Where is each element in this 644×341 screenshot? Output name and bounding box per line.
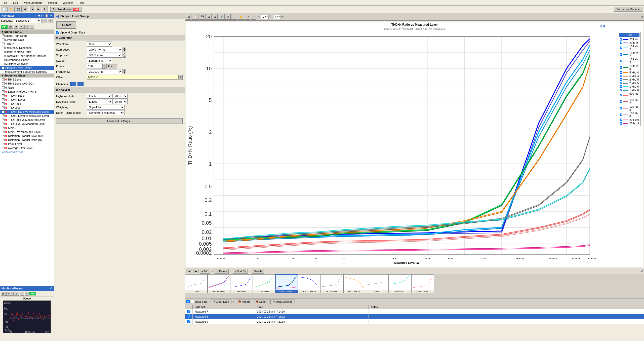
nav-step-thdn-level[interactable]: THD+N Level: [0, 98, 54, 102]
menu-project[interactable]: Project: [47, 1, 58, 5]
nav-item-interchannel[interactable]: Interchannel Phase: [0, 58, 54, 62]
on-badge[interactable]: ON: [29, 292, 36, 295]
seq-del-btn[interactable]: ✕: [48, 19, 53, 23]
channel-2-btn[interactable]: 2: [77, 82, 84, 86]
stop-level-up[interactable]: ▲: [123, 53, 126, 55]
nav-item-multitone[interactable]: Multitone Analyzer: [0, 62, 54, 66]
nav-checkbox-interchannel[interactable]: [2, 59, 5, 61]
nav-settings-icon[interactable]: ⚙: [49, 14, 52, 17]
chart-link-btn[interactable]: 🔗: [218, 14, 225, 20]
menu-edit[interactable]: Edit: [12, 1, 19, 5]
open-btn[interactable]: 📂: [8, 7, 15, 12]
points-up[interactable]: ▲: [102, 64, 106, 66]
advanced-settings-btn[interactable]: Advanced Settings...: [56, 118, 183, 124]
offset-up[interactable]: ▲: [179, 75, 183, 77]
legend-check-13[interactable]: [620, 100, 622, 103]
nav-next-icon[interactable]: ▷: [41, 14, 44, 17]
monitors-expand-icon[interactable]: ⤢: [50, 287, 52, 290]
data-settings-btn[interactable]: ⚙ Data Settings: [270, 299, 295, 304]
nav-step-dist-ratio[interactable]: Distortion Product Ratio (H2): [0, 138, 54, 142]
signal-path-section[interactable]: ▼ Signal Path 1: [0, 30, 54, 34]
x-axis-select[interactable]: W: [261, 15, 269, 19]
nav-checkbox-multitone[interactable]: [2, 63, 5, 65]
nav-checkbox-stepped-sweep[interactable]: [2, 67, 5, 69]
thumb-item-0[interactable]: ...atio: [185, 274, 208, 293]
legend-check-6[interactable]: [620, 71, 622, 74]
step-btn[interactable]: ▶|: [8, 25, 13, 29]
seq-steps-header[interactable]: ▼ Sequence Steps: [0, 73, 54, 78]
lowpass-filter-select[interactable]: Elliptic: [87, 99, 112, 104]
run-btn[interactable]: ▶: [36, 7, 41, 12]
down-btn[interactable]: ↓: [30, 25, 34, 29]
points-input[interactable]: [87, 64, 102, 68]
legend-check-15[interactable]: [620, 113, 622, 116]
nav-item-freq-response[interactable]: Frequency Response: [0, 46, 54, 50]
legend-check-17[interactable]: [620, 122, 622, 125]
chart-undo-btn[interactable]: ↩: [245, 14, 250, 20]
thumb-item-10[interactable]: Distortion Produ...: [411, 274, 434, 293]
import-btn[interactable]: 📥 Import: [236, 299, 252, 304]
nav-step-sinad[interactable]: SINAD: [0, 126, 54, 130]
start-button[interactable]: ▶ Start: [56, 21, 76, 29]
table-row-0[interactable]: Measured 7 2023-07-22 오후 7:14:30: [185, 309, 644, 314]
nav-item-level-gain[interactable]: Level and Gain: [0, 38, 54, 42]
legend-check-12[interactable]: [620, 94, 622, 96]
new-btn[interactable]: 📄: [1, 7, 8, 12]
nav-checkbox-thdn[interactable]: [2, 43, 5, 45]
start-level-down[interactable]: ▼: [123, 50, 126, 52]
audible-off-badge[interactable]: OFF: [73, 8, 79, 11]
nav-step-dist-level[interactable]: Distortion Product Level (H2): [0, 134, 54, 138]
nav-checkbox-signal-path-setup[interactable]: [2, 34, 5, 37]
mon-txt-btn[interactable]: T: [20, 292, 24, 296]
nav-step-thdn-ratio[interactable]: THD+N Ratio: [0, 94, 54, 98]
start-level-select[interactable]: 100.0 mVrms: [87, 47, 122, 52]
nav-prev-icon[interactable]: ◀: [37, 14, 41, 17]
nav-step-rms-level[interactable]: RMS Level: [0, 78, 54, 82]
mon-play-btn[interactable]: ▶: [1, 292, 6, 296]
lowpass-freq-select[interactable]: 20 kHz: [112, 99, 128, 104]
nav-step-rms-level-acdc[interactable]: RMS Level (AC+DC): [0, 82, 54, 86]
nav-checkbox-snr[interactable]: [2, 51, 5, 53]
clear-data-btn[interactable]: ✕ Clear Data: [211, 299, 231, 304]
nav-step-sinad-vs[interactable]: SINAD vs Measured Level: [0, 130, 54, 134]
add-measurement[interactable]: Add Measurement...: [0, 150, 54, 154]
sweep-select[interactable]: Logarithmic: [87, 58, 112, 63]
legend-check-7[interactable]: [620, 75, 622, 77]
abort-btn[interactable]: ✕: [19, 25, 24, 29]
back-arrow-icon[interactable]: ◀: [56, 14, 59, 18]
nav-step-thdn-ratio-vs[interactable]: THD+N Ratio vs Measured Level: [0, 110, 54, 114]
edit-btn[interactable]: Edit...: [106, 64, 116, 68]
thumb-add-btn[interactable]: + Add: [200, 269, 210, 274]
freq-down[interactable]: ▼: [123, 72, 126, 74]
offset-input[interactable]: [87, 75, 179, 80]
pause-btn[interactable]: ⏸: [42, 7, 48, 12]
nav-item-signal-path-setup[interactable]: Signal Path Setup: [0, 34, 54, 38]
legend-check-5[interactable]: [620, 66, 622, 69]
chart-redo-btn[interactable]: ↪: [251, 14, 256, 20]
frequency-select[interactable]: 20.0000 Hz: [87, 69, 122, 74]
thumb-details-btn[interactable]: Details: [252, 269, 264, 274]
nav-checkbox-freq-response[interactable]: [2, 47, 5, 49]
waveform-select[interactable]: Sine: [87, 42, 112, 47]
nav-step-jitter[interactable]: Average Jitter Level: [0, 146, 54, 150]
chart-pan-btn[interactable]: ✋: [238, 14, 244, 20]
legend-check-1[interactable]: [620, 42, 622, 44]
chart-zoom-btn[interactable]: ⤢: [225, 14, 231, 20]
nav-step-thd-ratio-vs[interactable]: THD Ratio vs Measured Level: [0, 118, 54, 122]
legend-check-14[interactable]: [620, 107, 622, 109]
legend-check-8[interactable]: [620, 78, 622, 81]
legend-check-0[interactable]: [620, 38, 622, 41]
thumb-item-2[interactable]: THD Ratio: [230, 274, 253, 293]
legend-check-3[interactable]: [620, 53, 622, 56]
play-btn[interactable]: ▶▶: [1, 25, 8, 29]
legend-check-4[interactable]: [620, 60, 622, 62]
nav-step-thd-level[interactable]: THD Level: [0, 106, 54, 110]
channel-1-btn[interactable]: 1: [70, 82, 76, 86]
chart-overlay-btn[interactable]: ⊟: [212, 14, 218, 20]
legend-check-9[interactable]: [620, 82, 622, 84]
table-row-2[interactable]: Measured 9 2023-07-22 오후 7:20:38: [185, 319, 644, 324]
thumb-sort-btn[interactable]: ≡ Sort By: [233, 269, 248, 274]
chart-cursor-btn[interactable]: ↔: [231, 14, 237, 20]
offset-down[interactable]: ▼: [179, 77, 183, 80]
notch-select[interactable]: Generator Frequency: [87, 110, 125, 115]
